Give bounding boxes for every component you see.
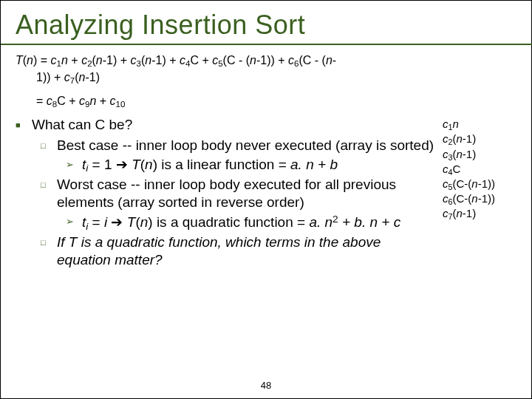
hollow-square-bullet-icon [41, 137, 57, 154]
body-row: What can C be? Best case -- inner loop b… [16, 116, 516, 270]
hollow-square-bullet-icon [41, 176, 57, 211]
page-number: 48 [1, 380, 531, 391]
slide: Analyzing Insertion Sort T(n) = c1n + c2… [0, 0, 532, 399]
body-main: What can C be? Best case -- inner loop b… [16, 116, 437, 270]
text-worst-case: Worst case -- inner loop body executed f… [57, 176, 437, 211]
slide-title: Analyzing Insertion Sort [16, 10, 516, 41]
arrow-icon [107, 214, 127, 230]
text-what-can-c: What can C be? [32, 116, 132, 134]
bullet-best-case: Best case -- inner loop body never execu… [41, 137, 437, 154]
side-term-3: c3(n-1) [443, 148, 516, 163]
side-term-7: c7(n-1) [443, 207, 516, 222]
text-if-t: If T is a quadratic function, which term… [57, 233, 437, 269]
side-term-1: c1n [443, 117, 516, 132]
equation-1: T(n) = c1n + c2(n-1) + c3(n-1) + c4C + c… [16, 52, 516, 87]
bullet-if-t: If T is a quadratic function, which term… [41, 233, 437, 269]
hollow-square-bullet-icon [41, 233, 57, 269]
side-term-5: c5(C-(n-1)) [443, 177, 516, 192]
text-best-case: Best case -- inner loop body never execu… [57, 137, 434, 154]
title-underline [1, 44, 532, 45]
bullet-worst-case: Worst case -- inner loop body executed f… [41, 176, 437, 211]
text-worst-case-sub: ti = iT(n) is a quadratic function = a. … [82, 213, 400, 233]
bullet-worst-case-sub: ti = iT(n) is a quadratic function = a. … [66, 213, 437, 233]
equation-2: = c8C + c9n + c10 [16, 93, 516, 110]
triangle-bullet-icon [66, 213, 82, 233]
side-equations: c1n c2(n-1) c3(n-1) c4C c5(C-(n-1)) c6(C… [437, 116, 516, 222]
side-term-4: c4C [443, 163, 516, 177]
arrow-icon [112, 157, 132, 172]
text-best-case-sub: ti = 1T(n) is a linear function = a. n +… [82, 156, 338, 175]
square-bullet-icon [16, 116, 32, 134]
bullet-what-can-c-be: What can C be? [16, 116, 437, 134]
bullet-best-case-sub: ti = 1T(n) is a linear function = a. n +… [66, 156, 437, 175]
side-term-6: c6(C-(n-1)) [443, 192, 516, 207]
side-term-2: c2(n-1) [443, 132, 516, 147]
triangle-bullet-icon [66, 156, 82, 175]
